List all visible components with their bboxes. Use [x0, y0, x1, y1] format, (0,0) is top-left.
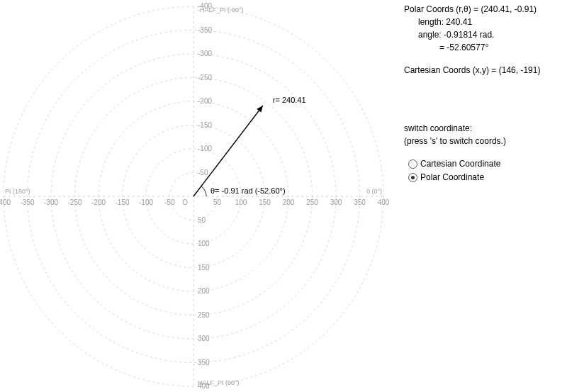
svg-text:-200: -200: [198, 97, 212, 105]
svg-text:-50: -50: [198, 169, 208, 177]
svg-text:100: 100: [235, 198, 247, 206]
radio-polar-label: Polar Coordinate: [420, 171, 484, 184]
angle-rad-text: angle: -0.91814 rad.: [404, 28, 563, 41]
svg-text:-150: -150: [115, 198, 129, 206]
svg-text:50: 50: [213, 198, 222, 206]
svg-text:250: 250: [306, 198, 318, 206]
svg-text:-50: -50: [164, 198, 175, 206]
radio-icon: [408, 159, 417, 169]
polar-plot[interactable]: -400-350-300-250-200-150-100-50501001502…: [0, 0, 397, 392]
radio-polar[interactable]: Polar Coordinate: [408, 171, 563, 184]
cartesian-coords-text: Cartesian Coords (x,y) = (146, -191): [404, 64, 563, 77]
length-text: length: 240.41: [404, 16, 563, 28]
svg-text:-350: -350: [20, 198, 34, 206]
svg-text:-300: -300: [44, 198, 58, 206]
angle-deg-text: = -52.60577°: [404, 41, 563, 54]
svg-text:300: 300: [330, 198, 342, 206]
svg-text:-400: -400: [0, 198, 11, 206]
radio-icon: [408, 173, 417, 182]
svg-text:200: 200: [198, 287, 210, 295]
svg-text:PI (180°): PI (180°): [5, 188, 30, 195]
svg-text:0 (0°): 0 (0°): [366, 188, 382, 195]
svg-text:-300: -300: [198, 50, 212, 57]
svg-text:150: 150: [259, 198, 271, 206]
svg-text:r= 240.41: r= 240.41: [273, 96, 306, 104]
radio-cartesian-label: Cartesian Coordinate: [420, 157, 500, 170]
svg-text:50: 50: [198, 216, 206, 224]
svg-text:100: 100: [198, 240, 210, 247]
svg-text:-150: -150: [198, 121, 212, 129]
info-panel: Polar Coords (r,θ) = (240.41, -0.91) len…: [397, 0, 567, 392]
svg-text:-100: -100: [198, 145, 212, 152]
svg-text:-250: -250: [67, 198, 82, 206]
svg-text:-350: -350: [198, 26, 212, 34]
svg-text:200: 200: [283, 198, 295, 206]
radio-cartesian[interactable]: Cartesian Coordinate: [408, 157, 563, 170]
switch-heading: switch coordinate:: [404, 122, 563, 135]
svg-marker-48: [257, 106, 263, 113]
svg-text:250: 250: [198, 311, 210, 319]
svg-text:-250: -250: [198, 74, 212, 82]
svg-text:-HALF_PI (-90°): -HALF_PI (-90°): [198, 6, 244, 13]
svg-text:350: 350: [198, 359, 210, 366]
switch-hint: (press 's' to switch coords.): [404, 135, 563, 147]
svg-text:300: 300: [198, 335, 210, 342]
svg-text:350: 350: [354, 198, 366, 206]
svg-text:O: O: [182, 198, 188, 206]
svg-text:400: 400: [378, 198, 390, 206]
svg-text:θ= -0.91 rad (-52.60°): θ= -0.91 rad (-52.60°): [210, 186, 286, 195]
svg-text:HALF_PI (90°): HALF_PI (90°): [198, 379, 240, 386]
polar-coords-text: Polar Coords (r,θ) = (240.41, -0.91): [404, 3, 563, 16]
svg-text:-200: -200: [91, 198, 106, 206]
svg-text:-100: -100: [139, 198, 153, 206]
svg-text:150: 150: [198, 264, 210, 271]
